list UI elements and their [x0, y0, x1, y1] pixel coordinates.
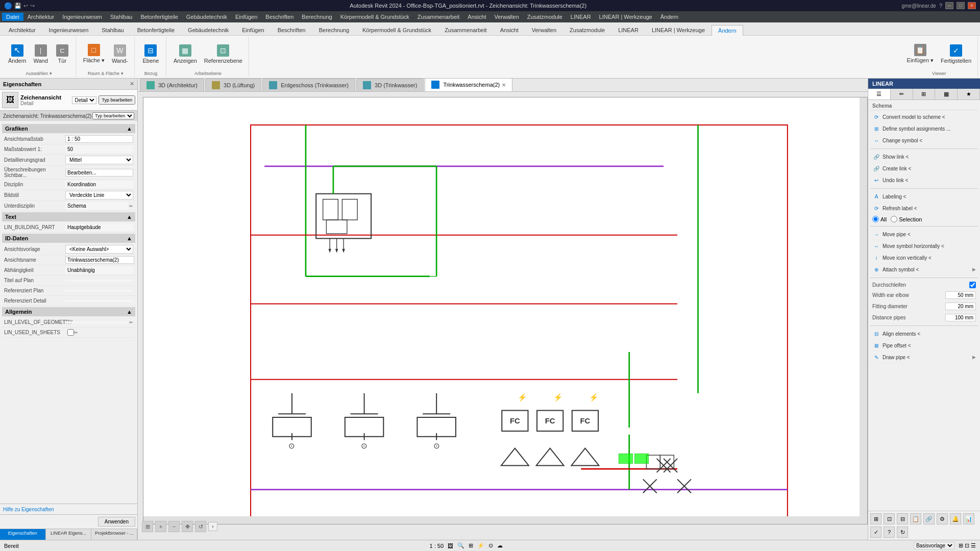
- rp-item-move-icon-vertically[interactable]: ↕ Move icon vertically <: [870, 252, 978, 264]
- rp-item-define-symbol[interactable]: ⊞ Define symbol assignments ...: [870, 123, 978, 135]
- rp-item-attach-symbol[interactable]: ⊕ Attach symbol < ▶: [870, 264, 978, 276]
- rp-item-change-symbol[interactable]: ↔ Change symbol <: [870, 135, 978, 146]
- view-type-select[interactable]: Detail: [72, 96, 96, 104]
- rp-bottom-icon-5[interactable]: 🔗: [923, 513, 935, 524]
- rp-item-refresh-label[interactable]: ⟳ Refresh label <: [870, 203, 978, 214]
- drawing-area[interactable]: ⊙ ⊙ ⊙ ⚡ ⚡ ⚡: [143, 97, 868, 524]
- prop-bildstil-value[interactable]: Verdeckte Linie: [65, 191, 133, 199]
- rp-radio-selection-input[interactable]: [891, 216, 897, 222]
- rp-bottom-icon-1[interactable]: ⊞: [870, 513, 881, 524]
- ribbon-tab-koerpermodell[interactable]: Körpermodell & Grundstück: [356, 24, 438, 35]
- menu-linear-werkzeuge[interactable]: LINEAR | Werkzeuge: [595, 13, 656, 21]
- ribbon-tab-verwalten[interactable]: Verwalten: [525, 24, 563, 35]
- prop-ansichtsname-value[interactable]: [65, 256, 134, 264]
- ribbon-btn-zwischenablage[interactable]: 📋 Einfügen ▾: [904, 42, 937, 66]
- status-template-select[interactable]: Basisvorlage: [914, 542, 954, 549]
- rp-item-draw-pipe[interactable]: ✎ Draw pipe < ▶: [870, 352, 978, 363]
- ribbon-tab-ingenieurwesen[interactable]: Ingenieurwesen: [42, 24, 95, 35]
- prop-ansichtsmassstab-value[interactable]: [65, 135, 133, 143]
- ribbon-tab-architektur[interactable]: Architektur: [2, 24, 42, 35]
- ribbon-tab-stahlbau[interactable]: Stahlbau: [95, 24, 130, 35]
- tab-3d-architektur[interactable]: 3D (Architektur): [140, 79, 204, 91]
- rp-tab-edit[interactable]: ✏: [891, 89, 913, 99]
- ribbon-btn-ebene[interactable]: ⊟ Ebene: [139, 42, 162, 66]
- properties-close-btn[interactable]: ✕: [130, 81, 134, 87]
- menu-ansicht[interactable]: Ansicht: [463, 13, 490, 21]
- nav-chevron[interactable]: ›: [208, 522, 217, 531]
- maximize-btn[interactable]: □: [957, 2, 965, 9]
- vertical-scrollbar[interactable]: [860, 97, 867, 524]
- rp-item-align-elements[interactable]: ⊟ Align elements <: [870, 328, 978, 340]
- ribbon-btn-flaeche[interactable]: □ Fläche ▾: [80, 42, 108, 66]
- rp-bottom-icon-3[interactable]: ⊟: [897, 513, 908, 524]
- rp-item-pipe-offset[interactable]: ⊠ Pipe offset <: [870, 340, 978, 352]
- rp-tab-grid[interactable]: ⊞: [913, 89, 936, 99]
- menu-linear[interactable]: LINEAR: [567, 13, 595, 21]
- rp-radio-all-input[interactable]: [872, 216, 879, 222]
- menu-stahlbau[interactable]: Stahlbau: [106, 13, 136, 21]
- menu-gebaeudetechnik[interactable]: Gebäudetechnik: [182, 13, 231, 21]
- rp-bottom-icon-4[interactable]: 📋: [910, 513, 921, 524]
- tab-3d-lueftung[interactable]: 3D (Lüftung): [205, 79, 261, 91]
- ribbon-tab-gebaeudetechnik[interactable]: Gebäudetechnik: [181, 24, 235, 35]
- prop-lin-used-checkbox[interactable]: [67, 329, 74, 336]
- ribbon-tab-betonfertigteile[interactable]: Betonfertigteile: [131, 24, 181, 35]
- menu-datei[interactable]: Datei: [2, 13, 23, 21]
- apply-btn[interactable]: Anwenden: [98, 517, 135, 527]
- props-tab-projektbrowser[interactable]: Projektbrowser - ...: [91, 529, 137, 540]
- rp-bottom-icon-8[interactable]: 📊: [963, 513, 974, 524]
- props-tab-linear[interactable]: LINEAR Eigens...: [46, 529, 92, 540]
- menu-einfuegen[interactable]: Einfügen: [231, 13, 261, 21]
- menu-ingenieurwesen[interactable]: Ingenieurwesen: [58, 13, 106, 21]
- prop-ueberschreibungen-btn[interactable]: Bearbeiten...: [65, 169, 133, 177]
- menu-verwalten[interactable]: Verwalten: [490, 13, 523, 21]
- ribbon-btn-aendern[interactable]: ↖ Ändern: [5, 42, 29, 66]
- tab-3d-trinkwasser[interactable]: 3D (Trinkwasser): [356, 79, 424, 91]
- typ-bearbeiten-btn[interactable]: Typ bearbeiten: [99, 95, 135, 105]
- ribbon-tab-einfuegen[interactable]: Einfügen: [235, 24, 271, 35]
- horizontal-scrollbar[interactable]: [143, 516, 860, 524]
- prop-ansichtsvorlage-value[interactable]: <Keine Auswahl>: [65, 245, 133, 254]
- ribbon-btn-wand[interactable]: | Wand: [30, 42, 51, 66]
- nav-zoom-out[interactable]: −: [168, 521, 180, 532]
- menu-architektur[interactable]: Architektur: [23, 13, 59, 21]
- ribbon-tab-zusatzmodule[interactable]: Zusatzmodule: [563, 24, 611, 35]
- rp-item-undo-link[interactable]: ↩ Undo link <: [870, 174, 978, 186]
- rp-tab-star[interactable]: ★: [958, 89, 980, 99]
- rp-radio-selection[interactable]: Selection: [891, 216, 922, 222]
- rp-item-labeling[interactable]: A Labeling <: [870, 191, 978, 203]
- section-id[interactable]: ID-Daten ▲: [2, 234, 135, 243]
- rp-radio-all[interactable]: All: [872, 216, 887, 222]
- rp-item-move-pipe[interactable]: → Move pipe <: [870, 229, 978, 240]
- props-tab-eigenschaften[interactable]: Eigenschaften: [0, 529, 46, 540]
- zeichenansicht-select[interactable]: Typ bearbeiten: [92, 112, 134, 119]
- ribbon-btn-tuer[interactable]: ⊏ Tür: [52, 42, 72, 66]
- rp-bottom-icon-6[interactable]: ⚙: [937, 513, 948, 524]
- rp-durchschleifen-checkbox[interactable]: [969, 282, 976, 288]
- rp-bottom-icon-9[interactable]: ✓: [870, 527, 881, 538]
- tab-trinkwasserschema2[interactable]: Trinkwasserschema(2) ✕: [425, 79, 512, 91]
- menu-betonfertigteile[interactable]: Betonfertigteile: [136, 13, 182, 21]
- prop-detaillierung-value[interactable]: Mittel: [65, 156, 133, 164]
- rp-tab-list[interactable]: ☰: [868, 89, 891, 99]
- ribbon-tab-ansicht[interactable]: Ansicht: [494, 24, 525, 35]
- rp-bottom-icon-7[interactable]: 🔔: [950, 513, 961, 524]
- ribbon-tab-beschriften[interactable]: Beschriften: [271, 24, 312, 35]
- ribbon-btn-wandbef[interactable]: W Wand-: [109, 42, 131, 66]
- rp-field-fitting-diameter-value[interactable]: [945, 303, 976, 310]
- section-grafiken[interactable]: Grafiken ▲: [2, 124, 135, 133]
- menu-beschriften[interactable]: Beschriften: [261, 13, 298, 21]
- rp-bottom-icon-11[interactable]: ↻: [897, 527, 908, 538]
- rp-field-distance-pipes-value[interactable]: [945, 314, 976, 321]
- ribbon-btn-fertigstellen[interactable]: ✓ Fertigstellen: [938, 42, 974, 66]
- main-canvas[interactable]: ⊙ ⊙ ⊙ ⚡ ⚡ ⚡: [138, 92, 868, 540]
- help-link[interactable]: Hilfe zu Eigenschaften: [3, 507, 54, 512]
- tab-trinkwasserschema2-close[interactable]: ✕: [502, 82, 506, 88]
- rp-item-move-symbol-horizontally[interactable]: ↔ Move symbol horizontally <: [870, 240, 978, 252]
- menu-koerpermodell[interactable]: Körpermodell & Grundstück: [336, 13, 413, 21]
- nav-zoom-fit[interactable]: ⊞: [142, 521, 153, 532]
- ribbon-tab-aendern[interactable]: Ändern: [712, 25, 743, 36]
- rp-item-show-link[interactable]: 🔗 Show link <: [870, 151, 978, 163]
- menu-zusammenarbeit[interactable]: Zusammenarbeit: [413, 13, 464, 21]
- menu-zusatzmodule[interactable]: Zusatzmodule: [523, 13, 567, 21]
